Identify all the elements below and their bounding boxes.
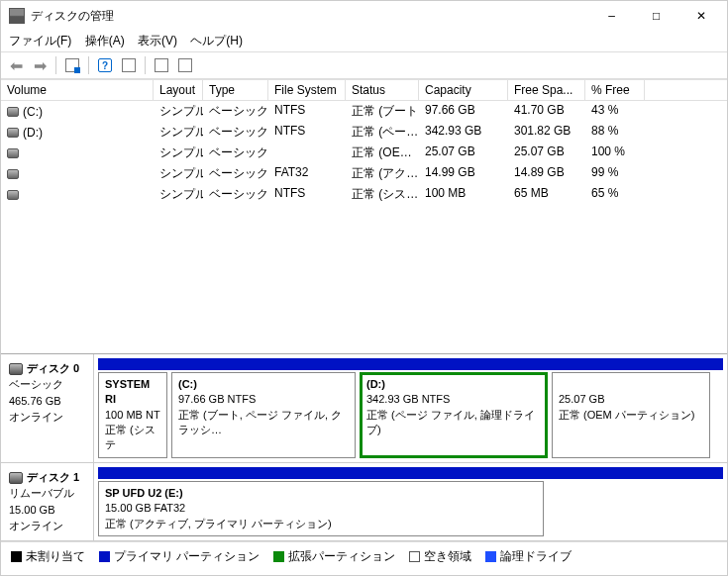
col-pctfree[interactable]: % Free: [585, 80, 645, 100]
disk-status: オンライン: [9, 518, 85, 534]
toolbar-separator: [55, 56, 56, 74]
disk-row: ディスク 1リムーバブル15.00 GBオンラインSP UFD U2 (E:)1…: [1, 463, 727, 541]
volume-free: 25.07 GB: [508, 144, 585, 162]
partition[interactable]: (D:)342.93 GB NTFS正常 (ページ ファイル, 論理ドライブ): [360, 372, 548, 458]
partition[interactable]: SYSTEM RI100 MB NT正常 (システ: [98, 372, 167, 458]
volume-name: (C:): [23, 105, 43, 119]
close-button[interactable]: ✕: [678, 2, 723, 30]
partition[interactable]: SP UFD U2 (E:)15.00 GB FAT32正常 (アクティブ, プ…: [98, 481, 544, 536]
volume-status: 正常 (シス…: [346, 185, 419, 204]
disk-name: ディスク 1: [27, 471, 79, 483]
partition-bar: [98, 467, 723, 479]
legend-primary: プライマリ パーティション: [99, 548, 260, 565]
view-top-icon[interactable]: [151, 54, 172, 76]
volume-capacity: 97.66 GB: [419, 102, 508, 121]
disk-size: 15.00 GB: [9, 502, 85, 519]
menu-view[interactable]: 表示(V): [138, 34, 177, 48]
partition-name: SP UFD U2 (E:): [105, 486, 537, 501]
volume-layout: シンプル: [154, 185, 203, 204]
partition[interactable]: (C:)97.66 GB NTFS正常 (ブート, ページ ファイル, クラッシ…: [171, 372, 356, 458]
volume-type: ベーシック: [203, 164, 268, 183]
disk-panel: ディスク 0ベーシック465.76 GBオンラインSYSTEM RI100 MB…: [1, 353, 727, 541]
volume-type: ベーシック: [203, 144, 268, 162]
col-type[interactable]: Type: [203, 80, 268, 100]
partition-status: 正常 (ブート, ページ ファイル, クラッシ…: [178, 408, 349, 438]
disk-partitions: SYSTEM RI100 MB NT正常 (システ(C:)97.66 GB NT…: [94, 354, 727, 462]
view-bottom-icon[interactable]: [174, 54, 196, 76]
partition-size: 25.07 GB: [559, 392, 703, 407]
disk-label[interactable]: ディスク 0ベーシック465.76 GBオンライン: [1, 354, 94, 462]
partition-name: SYSTEM RI: [105, 377, 160, 408]
volume-filesystem: [268, 144, 346, 162]
help-icon[interactable]: ?: [94, 54, 116, 76]
volume-row[interactable]: シンプルベーシックNTFS正常 (シス…100 MB65 MB65 %: [1, 184, 727, 205]
volume-type: ベーシック: [203, 185, 268, 204]
forward-button[interactable]: ➡: [29, 54, 51, 76]
toolbar-separator: [88, 56, 89, 74]
partition-size: 342.93 GB NTFS: [366, 392, 541, 407]
partition[interactable]: 25.07 GB正常 (OEM パーティション): [552, 372, 710, 458]
grid-icon[interactable]: [61, 54, 83, 76]
volume-icon: [7, 169, 19, 179]
volume-row[interactable]: (C:)シンプルベーシックNTFS正常 (ブート…97.66 GB41.70 G…: [1, 101, 727, 122]
volume-capacity: 14.99 GB: [419, 164, 508, 183]
volume-row[interactable]: (D:)シンプルベーシックNTFS正常 (ペー…342.93 GB301.82 …: [1, 122, 727, 143]
disk-size: 465.76 GB: [9, 393, 85, 410]
menubar: ファイル(F) 操作(A) 表示(V) ヘルプ(H): [1, 31, 727, 51]
volume-pctfree: 43 %: [585, 102, 645, 121]
col-volume[interactable]: Volume: [1, 80, 154, 100]
volume-status: 正常 (ブート…: [346, 102, 419, 121]
maximize-button[interactable]: □: [634, 2, 678, 30]
menu-file[interactable]: ファイル(F): [9, 34, 71, 48]
legend-extended: 拡張パーティション: [273, 548, 395, 565]
volume-row[interactable]: シンプルベーシックFAT32正常 (アク…14.99 GB14.89 GB99 …: [1, 163, 727, 184]
disk-name: ディスク 0: [27, 362, 79, 374]
titlebar: ディスクの管理 – □ ✕: [1, 1, 727, 31]
volume-icon: [7, 190, 19, 200]
partition-status: 正常 (ページ ファイル, 論理ドライブ): [366, 408, 541, 438]
volume-pctfree: 88 %: [585, 123, 645, 142]
volume-layout: シンプル: [154, 123, 203, 142]
volume-capacity: 100 MB: [419, 185, 508, 204]
volume-status: 正常 (OE…: [346, 144, 419, 162]
volume-status: 正常 (ペー…: [346, 123, 419, 142]
volume-filesystem: NTFS: [268, 185, 346, 204]
menu-help[interactable]: ヘルプ(H): [190, 34, 243, 48]
volume-status: 正常 (アク…: [346, 164, 419, 183]
back-button[interactable]: ⬅: [5, 54, 27, 76]
disk-status: オンライン: [9, 409, 85, 426]
col-capacity[interactable]: Capacity: [419, 80, 508, 100]
partition-status: 正常 (アクティブ, プライマリ パーティション): [105, 517, 537, 531]
partition-status: 正常 (システ: [105, 423, 160, 453]
disk-label[interactable]: ディスク 1リムーバブル15.00 GBオンライン: [1, 463, 94, 540]
volume-layout: シンプル: [154, 144, 203, 162]
window-title: ディスクの管理: [31, 8, 589, 25]
volume-icon: [7, 107, 19, 117]
partition-status: 正常 (OEM パーティション): [559, 408, 703, 423]
partition-size: 100 MB NT: [105, 408, 160, 423]
menu-action[interactable]: 操作(A): [85, 34, 125, 48]
volume-icon: [7, 148, 19, 158]
app-icon: [9, 8, 25, 24]
minimize-button[interactable]: –: [589, 2, 634, 30]
volume-filesystem: NTFS: [268, 102, 346, 121]
volume-layout: シンプル: [154, 102, 203, 121]
volume-free: 301.82 GB: [508, 123, 585, 142]
volume-free: 14.89 GB: [508, 164, 585, 183]
volume-capacity: 25.07 GB: [419, 144, 508, 162]
volume-list: Volume Layout Type File System Status Ca…: [1, 79, 727, 249]
partition-name: (D:): [366, 377, 541, 392]
volume-row[interactable]: シンプルベーシック正常 (OE…25.07 GB25.07 GB100 %: [1, 143, 727, 163]
col-freespace[interactable]: Free Spa...: [508, 80, 585, 100]
col-layout[interactable]: Layout: [154, 80, 203, 100]
volume-free: 41.70 GB: [508, 102, 585, 121]
volume-pctfree: 65 %: [585, 185, 645, 204]
volume-pctfree: 100 %: [585, 144, 645, 162]
legend: 未割り当て プライマリ パーティション 拡張パーティション 空き領域 論理ドライ…: [1, 541, 727, 575]
refresh-icon[interactable]: [118, 54, 140, 76]
disk-type: リムーバブル: [9, 485, 85, 502]
col-status[interactable]: Status: [346, 80, 419, 100]
col-filesystem[interactable]: File System: [268, 80, 346, 100]
spacer: [1, 249, 727, 353]
window-controls: – □ ✕: [589, 2, 723, 30]
